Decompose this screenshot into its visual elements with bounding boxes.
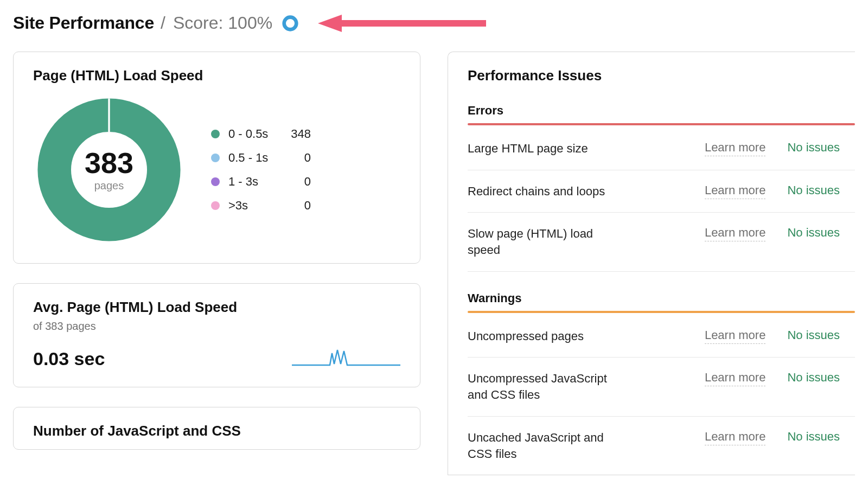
legend-value: 0: [285, 175, 311, 189]
legend-value: 0: [285, 199, 311, 213]
donut-unit: pages: [94, 180, 124, 192]
donut-total: 383: [85, 148, 133, 177]
issue-status: No issues: [787, 371, 840, 385]
issue-name: Redirect chains and loops: [468, 183, 620, 200]
issue-row: Uncompressed pages Learn more No issues: [468, 315, 855, 358]
issue-status: No issues: [787, 141, 840, 155]
js-css-card: Number of JavaScript and CSS: [13, 407, 420, 450]
svg-marker-2: [318, 15, 342, 32]
load-speed-title: Page (HTML) Load Speed: [33, 67, 400, 84]
warnings-heading: Warnings: [468, 291, 855, 311]
js-css-title: Number of JavaScript and CSS: [33, 423, 400, 439]
warnings-separator: [468, 311, 855, 313]
score-donut-icon: [281, 14, 299, 33]
performance-issues-card: Performance Issues Errors Large HTML pag…: [448, 52, 855, 475]
header-separator: /: [161, 13, 165, 33]
learn-more-link[interactable]: Learn more: [705, 371, 766, 386]
legend-dot-icon: [211, 154, 220, 162]
sparkline-icon: [292, 342, 400, 369]
issue-name: Uncompressed JavaScript and CSS files: [468, 371, 620, 403]
legend-label: >3s: [228, 199, 277, 213]
issue-name: Uncompressed pages: [468, 328, 620, 344]
learn-more-link[interactable]: Learn more: [705, 141, 766, 156]
errors-separator: [468, 123, 855, 125]
learn-more-link[interactable]: Learn more: [705, 183, 766, 199]
issue-row: Large HTML page size Learn more No issue…: [468, 127, 855, 170]
legend-value: 348: [285, 127, 311, 141]
issue-status: No issues: [787, 328, 840, 342]
issue-status: No issues: [787, 226, 840, 240]
learn-more-link[interactable]: Learn more: [705, 430, 766, 445]
errors-block: Errors Large HTML page size Learn more N…: [468, 104, 855, 272]
learn-more-link[interactable]: Learn more: [705, 328, 766, 344]
load-speed-card: Page (HTML) Load Speed 383 pages 0 - 0.5…: [13, 52, 420, 264]
right-column: Performance Issues Errors Large HTML pag…: [448, 52, 855, 475]
issue-name: Uncached JavaScript and CSS files: [468, 430, 620, 462]
issue-status: No issues: [787, 183, 840, 197]
issue-row: Uncompressed JavaScript and CSS files Le…: [468, 358, 855, 416]
issue-row: Uncached JavaScript and CSS files Learn …: [468, 417, 855, 475]
legend-dot-icon: [211, 201, 220, 210]
legend-label: 1 - 3s: [228, 175, 277, 189]
errors-heading: Errors: [468, 104, 855, 123]
legend-value: 0: [285, 151, 311, 165]
load-speed-donut: 383 pages: [33, 94, 185, 246]
issue-name: Slow page (HTML) load speed: [468, 226, 620, 258]
svg-point-0: [284, 17, 297, 29]
page-header: Site Performance / Score: 100%: [13, 13, 855, 33]
issue-row: Redirect chains and loops Learn more No …: [468, 170, 855, 213]
issue-name: Large HTML page size: [468, 141, 620, 157]
legend-label: 0 - 0.5s: [228, 127, 277, 141]
warnings-block: Warnings Uncompressed pages Learn more N…: [468, 291, 855, 475]
annotation-arrow-icon: [318, 14, 492, 33]
legend-dot-icon: [211, 130, 220, 138]
avg-subtitle: of 383 pages: [33, 320, 400, 333]
avg-value: 0.03 sec: [33, 348, 105, 369]
issue-status: No issues: [787, 430, 840, 444]
issues-title: Performance Issues: [468, 67, 855, 84]
legend-label: 0.5 - 1s: [228, 151, 277, 165]
left-column: Page (HTML) Load Speed 383 pages 0 - 0.5…: [13, 52, 420, 475]
learn-more-link[interactable]: Learn more: [705, 226, 766, 241]
score-label: Score: 100%: [173, 13, 272, 33]
issue-row: Slow page (HTML) load speed Learn more N…: [468, 213, 855, 271]
avg-title: Avg. Page (HTML) Load Speed: [33, 299, 400, 316]
legend-dot-icon: [211, 177, 220, 186]
avg-load-speed-card: Avg. Page (HTML) Load Speed of 383 pages…: [13, 283, 420, 387]
donut-legend: 0 - 0.5s 348 0.5 - 1s 0 1 - 3s 0 >3s 0: [211, 127, 311, 213]
page-title: Site Performance: [13, 13, 154, 33]
